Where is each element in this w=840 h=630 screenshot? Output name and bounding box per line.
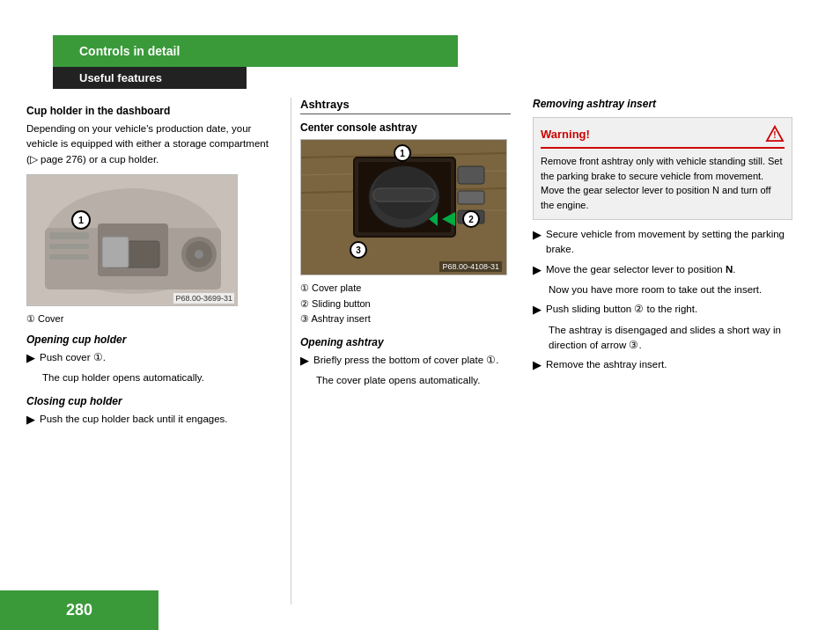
warning-text: Remove front ashtray only with vehicle s… [541,154,785,212]
opening-step1-sub: The cup holder opens automatically. [42,370,277,385]
cup-holder-image: 1 P68.00-3699-31 [26,174,238,306]
circle-1: 1 [71,210,91,230]
chapter-header: Controls in detail [53,35,458,67]
right-step2-text: Move the gear selector lever to position… [546,262,792,277]
ashtray-circle-3: 3 [350,241,367,259]
right-step2-sub: Now you have more room to take out the i… [549,282,792,297]
opening-cup-step1: ▶ Push cover ①. [26,350,277,367]
footer: 280 [0,590,158,630]
svg-rect-25 [458,191,484,204]
page-number: 280 [66,601,92,619]
svg-point-11 [195,250,203,259]
section-title: Useful features [79,71,162,84]
opening-ashtray-text: Briefly press the bottom of cover plate … [313,353,511,368]
ashtrays-header: Ashtrays [300,98,511,114]
svg-rect-21 [373,188,435,201]
svg-rect-6 [49,232,89,239]
img-code-left: P68.00-3699-31 [173,293,234,304]
cup-holder-intro: Depending on your vehicle's production d… [26,121,277,167]
arrow-icon-mid: ▶ [300,352,309,370]
closing-cup-step1: ▶ Push the cup holder back until it enga… [26,412,277,429]
right-step2: ▶ Move the gear selector lever to positi… [533,262,792,279]
removing-title: Removing ashtray insert [533,98,792,110]
mid-column: Ashtrays Center console ashtray [291,98,519,604]
section-header: Useful features [53,67,247,89]
warning-label: Warning! [541,128,590,141]
left-column: Cup holder in the dashboard Depending on… [26,98,291,604]
ashtray-circle-1: 1 [394,144,411,162]
ashtray-label-3: ③ Ashtray insert [300,311,511,327]
img-code-mid: P68.00-4108-31 [439,261,502,272]
right-step1-text: Secure vehicle from movement by setting … [546,227,792,258]
arrow-icon-r2: ▶ [533,261,542,279]
ashtray-label-2: ② Sliding button [300,297,511,312]
right-step4: ▶ Remove the ashtray insert. [533,357,792,374]
warning-header: Warning! ! [541,125,785,149]
svg-text:!: ! [773,130,776,140]
ashtray-image: 1 2 3 P68.00-4108-31 [300,139,507,275]
svg-rect-8 [49,254,89,260]
warning-box: Warning! ! Remove front ashtray only wit… [533,117,792,220]
opening-ashtray-step1: ▶ Briefly press the bottom of cover plat… [300,353,511,370]
right-step4-text: Remove the ashtray insert. [546,357,792,372]
opening-step1-text: Push cover ①. [40,350,277,365]
arrow-icon-r4: ▶ [533,356,542,374]
ashtray-circle-2: 2 [462,210,480,228]
arrow-icon-r1: ▶ [533,226,542,244]
opening-ashtray-sub: The cover plate opens automatically. [316,373,511,388]
warning-triangle-icon: ! [765,125,785,143]
arrow-icon-r3: ▶ [533,301,542,319]
arrow-icon-2: ▶ [26,411,35,429]
closing-step1-text: Push the cup holder back until it engage… [40,412,277,427]
ashtray-labels: ① Cover plate ② Sliding button ③ Ashtray… [300,281,511,327]
svg-rect-5 [102,237,129,267]
right-step3-sub: The ashtray is disengaged and slides a s… [549,323,792,354]
center-console-title: Center console ashtray [300,121,511,134]
chapter-title: Controls in detail [79,44,180,58]
opening-ashtray-title: Opening ashtray [300,336,511,348]
closing-cup-title: Closing cup holder [26,395,277,407]
svg-rect-7 [49,244,89,249]
right-step3: ▶ Push sliding button ② to the right. [533,302,792,319]
right-column: Removing ashtray insert Warning! ! Remov… [519,98,792,604]
cup-holder-title: Cup holder in the dashboard [26,105,277,117]
right-step1: ▶ Secure vehicle from movement by settin… [533,227,792,258]
img-label-1: ① Cover [26,313,277,325]
right-step3-text: Push sliding button ② to the right. [546,302,792,317]
svg-rect-24 [458,166,484,184]
ashtray-label-1: ① Cover plate [300,281,511,297]
opening-cup-title: Opening cup holder [26,333,277,346]
arrow-icon: ▶ [26,349,35,367]
